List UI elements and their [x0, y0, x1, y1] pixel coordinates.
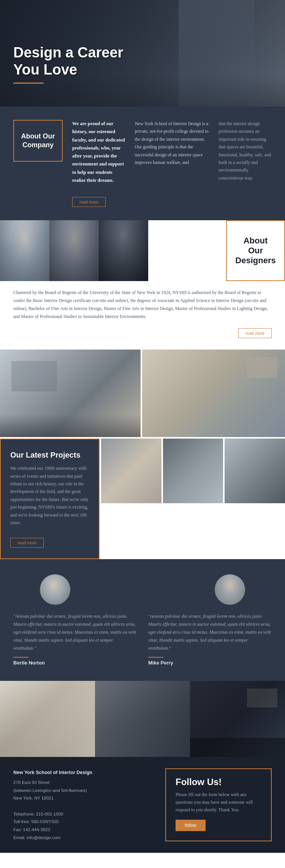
designers-label-3: Designers: [235, 256, 276, 265]
gallery-image-2: [95, 681, 190, 757]
about-company-box: About Our Company: [13, 120, 63, 162]
project-image-sm-1: [101, 439, 162, 503]
footer-address-line1: 270 East 50 Street: [13, 780, 49, 785]
about-company-col1: We are proud of our history, our esteeme…: [72, 120, 125, 207]
testimonial-divider-2: [148, 657, 163, 658]
footer: New York School of Interior Design 270 E…: [0, 757, 285, 853]
testimonial-divider-1: [13, 657, 28, 658]
testimonial-name-1: Bertie Norton: [13, 660, 137, 666]
hero-content: Design a Career You Love: [13, 44, 123, 84]
projects-card: Our Latest Projects We celebrated our 10…: [0, 439, 100, 559]
designers-label-2: Our: [248, 246, 263, 255]
footer-company-name: New York School of Interior Design: [13, 768, 152, 777]
footer-follow-text: Please fill out the form below with any …: [176, 791, 261, 814]
footer-address: New York School of Interior Design 270 E…: [13, 768, 152, 841]
testimonials-grid: "Aenean pulvinar dui ornare, feugiat lor…: [13, 612, 272, 666]
footer-follow-btn[interactable]: follow: [176, 820, 206, 831]
about-company-label: About Our Company: [14, 132, 62, 150]
hero-title-line1: Design a Career: [13, 45, 123, 60]
project-image-sm-2: [163, 439, 223, 503]
designers-label-1: About: [244, 236, 268, 245]
projects-section: Our Latest Projects We celebrated our 10…: [0, 350, 285, 559]
avatar-1: [40, 574, 70, 605]
about-company-col2: New York School of Interior Design is a …: [135, 120, 209, 166]
project-image-large: [0, 350, 141, 437]
about-designers-box: About Our Designers: [226, 220, 285, 281]
designers-box-container: About Our Designers: [148, 220, 285, 281]
designers-photos-row: About Our Designers: [0, 220, 285, 281]
projects-read-more-btn[interactable]: read more: [10, 538, 44, 548]
projects-card-title: Our Latest Projects: [10, 450, 89, 460]
projects-top-grid: [0, 350, 285, 437]
designer-photo-2: [49, 220, 99, 281]
avatar-2: [215, 574, 245, 605]
testimonial-item-2: "Aenean pulvinar dui ornare, feugiat lor…: [148, 612, 272, 666]
project-image-medium: [142, 350, 285, 437]
footer-address-line2: (between Lexington and 5rd Avenues): [13, 788, 87, 793]
footer-fax: Fax: 142-444-3822: [13, 827, 50, 832]
hero-accent-line: [13, 83, 44, 84]
about-company-bold-text: We are proud of our history, our esteeme…: [72, 121, 125, 183]
testimonial-quote-1: "Aenean pulvinar dui ornare, feugiat lor…: [13, 612, 137, 652]
footer-phone: Telephone: 215-002-1500: [13, 812, 63, 816]
footer-address-line3: New York, NY 10021: [13, 796, 54, 800]
designer-photo-3: [99, 220, 148, 281]
hero-title-line2: You Love: [13, 62, 77, 78]
designers-read-more-container: read more: [0, 328, 285, 350]
about-company-col2-text: New York School of Interior Design is a …: [135, 121, 209, 165]
hero-section: Design a Career You Love: [0, 0, 285, 107]
footer-toll-free: Toll-free: 560-5SNYSID: [13, 819, 59, 824]
projects-card-text: We celebrated our 100th anniversary with…: [10, 464, 89, 526]
testimonials-section: "Aenean pulvinar dui ornare, feugiat lor…: [0, 559, 285, 681]
about-company-section: About Our Company We are proud of our hi…: [0, 107, 285, 220]
about-company-read-more[interactable]: read more: [72, 197, 106, 207]
about-company-col3: that the interior design profession assu…: [218, 120, 272, 182]
projects-bottom-grid: Our Latest Projects We celebrated our 10…: [0, 439, 285, 559]
designers-desc-text: Chartered by the Board of Regents of the…: [13, 290, 268, 319]
footer-email: Email: info@design.com: [13, 835, 60, 840]
footer-follow-box: Follow Us! Please fill out the form belo…: [165, 768, 272, 841]
designer-photo-1: [0, 220, 49, 281]
testimonial-quote-2: "Aenean pulvinar dui ornare, feugiat lor…: [148, 612, 272, 652]
designers-description: Chartered by the Board of Regents of the…: [0, 281, 285, 328]
gallery-image-3: [190, 681, 285, 757]
testimonial-name-2: Mike Perry: [148, 660, 272, 666]
testimonials-avatars: [13, 574, 272, 605]
gallery-image-1: [0, 681, 95, 757]
testimonial-item-1: "Aenean pulvinar dui ornare, feugiat lor…: [13, 612, 137, 666]
footer-follow-title: Follow Us!: [176, 777, 261, 787]
designers-section: About Our Designers Chartered by the Boa…: [0, 220, 285, 350]
designers-read-more-btn[interactable]: read more: [238, 328, 272, 338]
gallery-strip: [0, 681, 285, 757]
project-image-sm-3: [225, 439, 285, 503]
about-designers-text: About Our Designers: [230, 236, 281, 266]
avatar-spacer: [89, 574, 196, 605]
about-company-col3-text: that the interior design profession assu…: [218, 121, 271, 181]
hero-title: Design a Career You Love: [13, 44, 123, 79]
